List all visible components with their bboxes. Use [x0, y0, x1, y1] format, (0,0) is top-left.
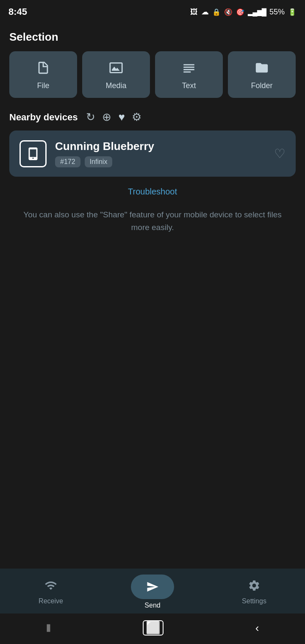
signal-icon: ▂▄▆█ [248, 8, 266, 16]
nearby-devices-section: Nearby devices ↻ ⊕ ♥ ⚙ Cunning Blueberry… [9, 111, 296, 177]
phone-icon [25, 146, 41, 161]
device-icon-wrapper [19, 140, 47, 167]
nearby-devices-header: Nearby devices ↻ ⊕ ♥ ⚙ [9, 111, 296, 124]
media-label: Media [105, 81, 126, 90]
heart-icon[interactable]: ♥ [118, 111, 125, 124]
battery-icon: 🔋 [288, 8, 297, 16]
system-nav: ⦀ ⬜ ‹ [0, 613, 305, 644]
device-card[interactable]: Cunning Blueberry #172 Infinix ♡ [9, 130, 296, 177]
cloud-icon: ☁ [201, 7, 209, 17]
settings-nav-item[interactable]: Settings [203, 579, 305, 605]
device-info: Cunning Blueberry #172 Infinix [55, 140, 266, 167]
text-button[interactable]: Text [155, 51, 223, 98]
send-pill [131, 575, 174, 599]
file-button[interactable]: File [9, 51, 77, 98]
device-name: Cunning Blueberry [55, 140, 266, 153]
mute-icon: 🔇 [224, 8, 233, 16]
system-menu-icon[interactable]: ⦀ [46, 622, 51, 635]
text-icon [182, 61, 196, 77]
device-favorite-icon[interactable]: ♡ [274, 146, 286, 161]
hotspot-icon: 🎯 [236, 8, 244, 16]
status-time: 8:45 [8, 6, 27, 17]
status-icons: 🖼 ☁ 🔒 🔇 🎯 ▂▄▆█ 55% 🔋 [190, 7, 297, 17]
settings-icon [248, 579, 261, 595]
device-badges: #172 Infinix [55, 156, 266, 167]
folder-label: Folder [251, 81, 272, 90]
folder-button[interactable]: Folder [228, 51, 296, 98]
receive-nav-item[interactable]: Receive [0, 579, 102, 605]
settings-nearby-icon[interactable]: ⚙ [132, 111, 141, 124]
troubleshoot-link[interactable]: Troubleshoot [9, 187, 296, 197]
send-nav-item[interactable]: Send [102, 575, 203, 609]
device-badge-id: #172 [55, 156, 80, 167]
text-label: Text [182, 81, 196, 90]
selection-section: Selection File Media Text [9, 31, 296, 98]
send-icon [146, 580, 159, 593]
radar-icon[interactable]: ⊕ [102, 111, 111, 124]
receive-icon [44, 579, 57, 595]
selection-grid: File Media Text Folder [9, 51, 296, 98]
info-text: You can also use the "Share" feature of … [9, 208, 296, 234]
status-bar: 8:45 🖼 ☁ 🔒 🔇 🎯 ▂▄▆█ 55% 🔋 [0, 0, 305, 22]
receive-label: Receive [39, 597, 63, 605]
nearby-devices-title: Nearby devices [9, 112, 78, 123]
system-back-icon[interactable]: ‹ [255, 622, 259, 635]
main-content: Selection File Media Text [0, 22, 305, 569]
bottom-nav: Receive Send Settings [0, 569, 305, 613]
media-button[interactable]: Media [82, 51, 150, 98]
file-icon [36, 61, 50, 77]
folder-icon [255, 61, 269, 77]
settings-label: Settings [242, 597, 266, 605]
system-home-icon[interactable]: ⬜ [143, 620, 164, 636]
lock-icon: 🔒 [212, 8, 221, 16]
media-icon [109, 61, 123, 77]
selection-title: Selection [9, 31, 296, 44]
refresh-icon[interactable]: ↻ [86, 111, 95, 124]
battery-indicator: 55% [269, 8, 285, 17]
device-badge-brand: Infinix [85, 156, 113, 167]
send-label: Send [144, 602, 160, 609]
photo-icon: 🖼 [190, 8, 198, 17]
file-label: File [37, 81, 49, 90]
